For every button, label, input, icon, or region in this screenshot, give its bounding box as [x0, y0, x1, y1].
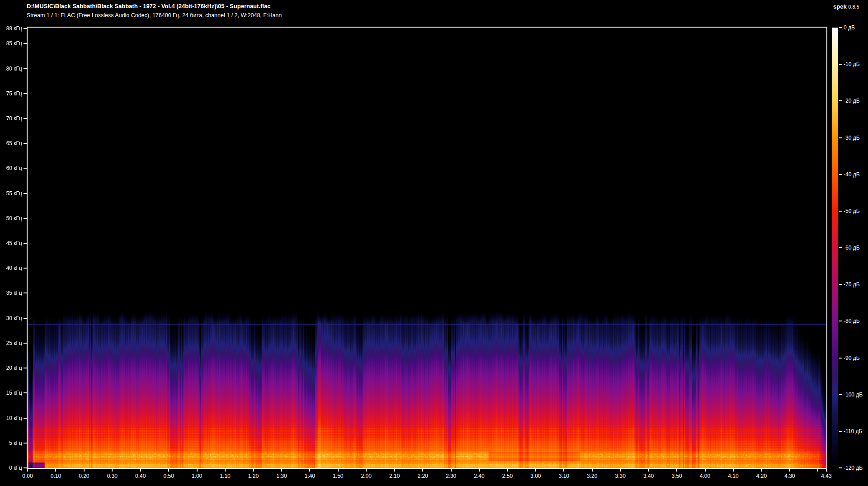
freq-tick-label: 40 кГц — [0, 265, 22, 271]
time-tick-label: 0:10 — [45, 473, 66, 479]
spek-window: { "header": { "file_path": "D:\\MUSIC\\B… — [0, 0, 868, 486]
time-tick — [507, 469, 508, 472]
time-tick — [366, 469, 367, 472]
db-tick-label: -20 дБ — [844, 98, 860, 104]
time-tick — [648, 469, 649, 472]
db-tick — [839, 284, 842, 285]
time-tick-label: 1:30 — [271, 473, 292, 479]
time-tick-label: 3:30 — [609, 473, 631, 479]
freq-tick — [24, 193, 27, 194]
db-tick — [839, 211, 842, 212]
time-tick — [27, 469, 28, 472]
time-tick — [422, 469, 423, 472]
freq-tick — [24, 143, 27, 144]
db-tick-label: -70 дБ — [844, 281, 860, 288]
stream-info: Stream 1 / 1: FLAC (Free Lossless Audio … — [27, 12, 282, 19]
time-tick-label: 0:00 — [17, 473, 38, 479]
time-tick-label: 1:00 — [186, 473, 208, 479]
db-tick — [839, 137, 842, 138]
db-tick-label: -110 дБ — [844, 428, 862, 434]
app-brand: spek 0.8.5 — [833, 3, 859, 10]
time-tick-label: 1:40 — [299, 473, 321, 479]
freq-tick-label: 10 кГц — [0, 415, 22, 421]
time-tick — [309, 469, 310, 472]
time-tick — [84, 469, 85, 472]
time-tick-label: 4:00 — [694, 473, 716, 479]
db-tick-label: -120 дБ — [844, 465, 863, 471]
freq-tick — [24, 418, 27, 419]
time-tick-label: 1:20 — [243, 473, 264, 479]
time-tick — [592, 469, 593, 472]
time-tick-label: 2:20 — [412, 473, 434, 479]
freq-tick — [24, 218, 27, 219]
db-tick-label: -100 дБ — [844, 392, 863, 398]
time-tick-label: 3:20 — [581, 473, 603, 479]
freq-tick-label: 60 кГц — [0, 165, 22, 171]
freq-tick-label: 25 кГц — [0, 340, 22, 346]
freq-tick-label: 45 кГц — [0, 240, 22, 246]
time-tick-label: 3:50 — [666, 473, 688, 479]
time-tick — [826, 469, 827, 472]
time-tick-label: 3:10 — [553, 473, 575, 479]
freq-tick — [24, 68, 27, 69]
freq-tick — [24, 118, 27, 119]
time-tick-label: 1:50 — [327, 473, 349, 479]
time-tick — [535, 469, 536, 472]
freq-tick — [24, 93, 27, 94]
time-tick — [676, 469, 677, 472]
time-tick-label: 2:50 — [496, 473, 518, 479]
time-tick-label: 4:43 — [816, 473, 837, 479]
db-tick-label: -60 дБ — [844, 245, 860, 251]
time-tick-label: 3:40 — [638, 473, 660, 479]
db-tick-label: -30 дБ — [844, 135, 860, 141]
db-tick — [839, 247, 842, 248]
time-tick — [817, 469, 818, 472]
time-tick — [705, 469, 706, 472]
time-tick-label: 0:50 — [158, 473, 179, 479]
app-name: spek — [833, 3, 847, 10]
freq-tick — [24, 343, 27, 344]
freq-tick-label: 55 кГц — [0, 190, 22, 197]
freq-tick-label: 20 кГц — [0, 365, 22, 371]
time-tick — [225, 469, 226, 472]
time-tick-label: 4:20 — [750, 473, 772, 479]
db-tick — [839, 100, 842, 101]
time-tick — [197, 469, 198, 472]
freq-tick — [24, 28, 27, 29]
freq-tick-label: 50 кГц — [0, 215, 22, 222]
freq-tick-label: 15 кГц — [0, 390, 22, 396]
time-tick — [338, 469, 339, 472]
freq-tick — [24, 318, 27, 319]
db-tick — [839, 394, 842, 395]
time-tick — [168, 469, 169, 472]
freq-tick — [24, 168, 27, 169]
db-tick — [839, 321, 842, 321]
freq-tick — [24, 392, 27, 393]
freq-tick-label: 70 кГц — [0, 115, 22, 122]
time-tick-label: 2:10 — [384, 473, 406, 479]
time-tick-label: 2:00 — [355, 473, 377, 479]
freq-tick — [24, 467, 27, 468]
time-tick-label: 0:30 — [101, 473, 123, 479]
freq-tick — [24, 43, 27, 44]
time-tick — [140, 469, 141, 472]
freq-tick-label: 75 кГц — [0, 90, 22, 97]
time-tick — [394, 469, 395, 472]
freq-tick — [24, 243, 27, 244]
freq-tick-label: 80 кГц — [0, 66, 22, 72]
db-tick-label: -90 дБ — [844, 355, 860, 361]
time-tick — [55, 469, 56, 472]
db-tick — [839, 431, 842, 432]
freq-tick-label: 5 кГц — [0, 440, 22, 446]
db-tick-label: 0 дБ — [844, 24, 855, 31]
time-tick — [761, 469, 762, 472]
freq-tick — [24, 268, 27, 269]
legend-colorbar — [832, 28, 838, 468]
time-tick — [451, 469, 452, 472]
db-tick-label: -10 дБ — [844, 61, 860, 67]
freq-tick — [24, 443, 27, 444]
freq-tick-label: 0 кГц — [0, 465, 22, 471]
time-tick — [112, 469, 113, 472]
time-tick-label: 1:10 — [214, 473, 236, 479]
time-tick — [733, 469, 734, 472]
